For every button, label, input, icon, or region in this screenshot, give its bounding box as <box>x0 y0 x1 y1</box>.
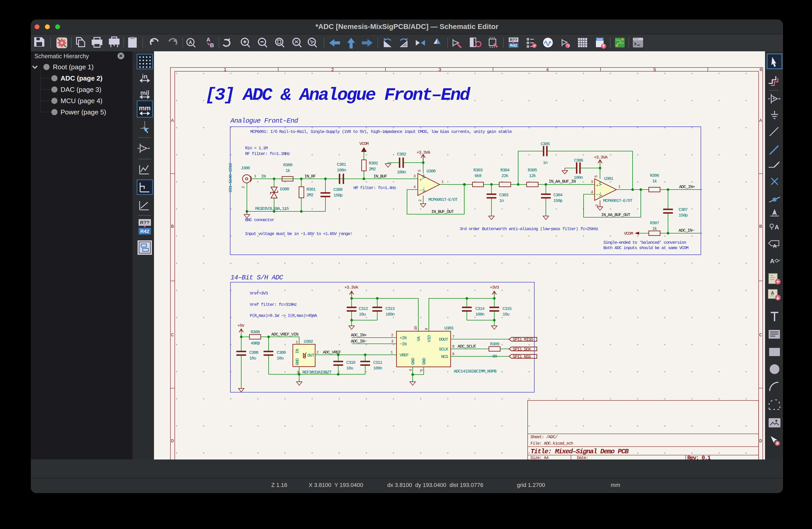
svg-text:R42: R42 <box>140 229 149 234</box>
svg-text:1k: 1k <box>652 179 657 184</box>
svg-text:IN_AA_BUF_IN: IN_AA_BUF_IN <box>549 179 576 184</box>
svg-text:2: 2 <box>331 67 334 73</box>
svg-text:SPI1_NSS: SPI1_NSS <box>513 354 531 359</box>
svg-text:7: 7 <box>452 335 454 339</box>
svg-text:1n: 1n <box>499 198 504 203</box>
svg-text:PESD3V3L1BA,115: PESD3V3L1BA,115 <box>255 206 289 211</box>
svg-text:10u: 10u <box>503 312 509 317</box>
svg-text:ADC141S626CIMM_NOPB: ADC141S626CIMM_NOPB <box>454 369 497 374</box>
svg-text:DOUT: DOUT <box>439 337 448 342</box>
svg-text:5: 5 <box>653 67 656 73</box>
svg-text:2M2: 2M2 <box>369 167 375 172</box>
svg-text:ADC_IN−: ADC_IN− <box>679 228 694 233</box>
svg-text:B: B <box>210 42 214 48</box>
svg-text:A: A <box>774 224 779 231</box>
svg-text:C308: C308 <box>249 350 258 355</box>
svg-text:10u: 10u <box>277 356 283 361</box>
svg-text:C304: C304 <box>553 193 563 197</box>
svg-text:Size: A4: Size: A4 <box>531 455 549 459</box>
svg-text:R307: R307 <box>650 221 659 225</box>
svg-text:A: A <box>773 243 777 249</box>
svg-text:49R9: 49R9 <box>251 341 260 346</box>
svg-text:A: A <box>171 118 174 123</box>
svg-text:C314: C314 <box>475 306 484 311</box>
svg-text:6: 6 <box>759 67 762 73</box>
svg-text:1k: 1k <box>652 226 657 231</box>
svg-text:R305: R305 <box>528 168 537 173</box>
svg-text:VIO: VIO <box>427 335 432 342</box>
svg-text:+3.3VA: +3.3VA <box>417 150 431 155</box>
svg-text:MCP6001T–E/OT: MCP6001T–E/OT <box>428 197 458 202</box>
svg-text:2: 2 <box>241 186 246 188</box>
svg-text:1k: 1k <box>285 168 290 173</box>
svg-text:VREF: VREF <box>400 353 409 358</box>
svg-text:File: ADC.kicad_sch: File: ADC.kicad_sch <box>531 441 573 446</box>
svg-text:VA: VA <box>416 336 421 341</box>
svg-text:C306: C306 <box>574 158 583 163</box>
svg-text:2: 2 <box>391 333 393 338</box>
svg-text:C315: C315 <box>503 306 512 311</box>
svg-text:C302: C302 <box>397 152 406 157</box>
svg-text:MCU (page 4): MCU (page 4) <box>61 97 102 105</box>
svg-text:SPI1_MISO: SPI1_MISO <box>513 337 533 342</box>
svg-text:−IN: −IN <box>400 342 406 347</box>
svg-text:C301: C301 <box>337 162 346 167</box>
svg-text:D300: D300 <box>280 187 289 192</box>
svg-text:V+: V+ <box>598 181 603 186</box>
svg-text:2: 2 <box>418 200 422 202</box>
svg-text:VCOM: VCOM <box>624 231 633 236</box>
svg-text:3rd order Butterworth anti–ali: 3rd order Butterworth anti–aliasing (low… <box>460 226 598 231</box>
svg-text:+IN: +IN <box>400 336 406 340</box>
svg-text:P(R,max)=0.1W –> I(R,max)=45mA: P(R,max)=0.1W –> I(R,max)=45mA <box>250 313 317 318</box>
svg-text:IN: IN <box>261 174 266 179</box>
svg-text:100n: 100n <box>373 366 382 371</box>
svg-text:R306: R306 <box>650 173 659 178</box>
svg-text:+5V: +5V <box>237 323 245 328</box>
svg-text:C309: C309 <box>277 350 286 355</box>
svg-text:SCLK: SCLK <box>439 347 448 352</box>
svg-text:ADC (page 2): ADC (page 2) <box>61 74 102 82</box>
svg-text:DAC (page 3): DAC (page 3) <box>61 86 101 93</box>
svg-text:ADC_IN−: ADC_IN− <box>351 339 367 344</box>
svg-text:0R: 0R <box>492 354 497 359</box>
svg-text:Single–ended to ‘balanced’ con: Single–ended to ‘balanced’ conversion <box>603 240 686 245</box>
svg-text:R300: R300 <box>283 163 293 167</box>
svg-text:V+: V+ <box>421 174 426 179</box>
svg-text:14–Bit S/H ADC: 14–Bit S/H ADC <box>230 274 283 281</box>
svg-text:+3V3: +3V3 <box>490 285 499 290</box>
svg-text:U301: U301 <box>604 176 613 181</box>
svg-text:R??: R?? <box>510 38 517 42</box>
svg-text:1n: 1n <box>543 160 547 165</box>
svg-text:bom: bom <box>597 38 603 41</box>
svg-text:C310: C310 <box>346 360 356 365</box>
svg-text:C: C <box>171 332 174 338</box>
svg-text:6k8: 6k8 <box>475 173 481 178</box>
svg-text:BNC connector: BNC connector <box>245 218 274 222</box>
svg-text:D: D <box>171 438 174 444</box>
svg-text:ADC_IN+: ADC_IN+ <box>679 185 695 189</box>
svg-text:3: 3 <box>438 67 441 73</box>
svg-text:GND: GND <box>411 358 416 365</box>
svg-text:B: B <box>171 224 174 229</box>
svg-text:GND: GND <box>422 358 426 365</box>
svg-text:V−: V− <box>598 192 603 197</box>
svg-text:+3.3VA: +3.3VA <box>344 285 359 290</box>
svg-text:150p: 150p <box>333 193 343 198</box>
svg-text:C312: C312 <box>359 306 368 311</box>
svg-text:IN_AA_BUF_OUT: IN_AA_BUF_OUT <box>601 212 630 217</box>
svg-text:U300: U300 <box>426 169 436 174</box>
svg-text:C: C <box>759 332 762 338</box>
svg-text:Rev: 0.1: Rev: 0.1 <box>687 455 711 459</box>
svg-text:Title: Mixed–Signal Demo PCB: Title: Mixed–Signal Demo PCB <box>531 448 629 455</box>
svg-text:C305: C305 <box>541 142 550 146</box>
svg-text:031–5640–1010: 031–5640–1010 <box>228 163 233 192</box>
svg-text:A: A <box>759 118 762 123</box>
svg-text:D: D <box>759 438 762 444</box>
svg-text:A: A <box>772 209 777 217</box>
svg-text:10u: 10u <box>346 366 353 371</box>
svg-text:10u: 10u <box>359 312 365 317</box>
svg-text:mil: mil <box>140 89 149 96</box>
svg-text:ADC_SCLK: ADC_SCLK <box>458 344 476 349</box>
svg-text:[3] ADC & Analogue Front–End: [3] ADC & Analogue Front–End <box>205 85 471 105</box>
svg-text:Rin = 1.1M: Rin = 1.1M <box>245 146 268 151</box>
